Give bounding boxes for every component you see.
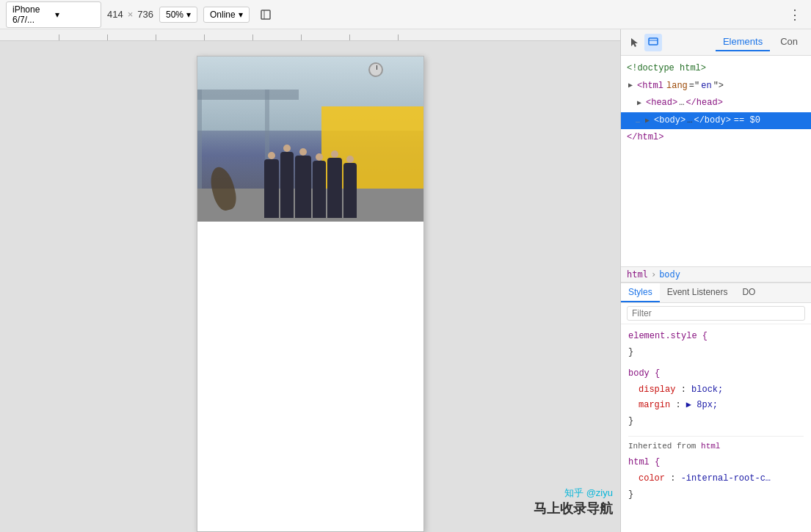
device-selector[interactable]: iPhone 6/7/... ▾ [6,1,101,28]
breadcrumb-bar: html › body [621,266,811,283]
dimension-separator: × [128,9,134,20]
viewport-area [0,29,620,532]
top-toolbar: iPhone 6/7/... ▾ 414 × 736 50% ▾ Online … [0,0,811,29]
bridge-pillar1 [197,90,202,189]
dimension-display: 414 × 736 [107,9,153,20]
person-5 [327,158,342,218]
html-close-line[interactable]: </html> [621,129,811,147]
head-expand: ▶ [636,100,643,107]
doctype-text: <!doctype html> [627,61,706,77]
photo-clock [368,62,383,77]
element-style-block: element.style { } [628,329,804,360]
tab-styles[interactable]: Styles [621,283,660,302]
viewport-height: 736 [137,9,153,20]
body-tag: <body> [654,113,685,129]
ruler-mark [252,34,301,40]
body-expand: ▶ [644,117,651,125]
lang-attr: lang [666,79,688,95]
network-dropdown-icon: ▾ [239,10,243,20]
device-frame [197,56,424,532]
breadcrumb-body[interactable]: body [659,269,680,280]
breadcrumb-html[interactable]: html [627,269,648,280]
ruler-mark [156,34,204,40]
more-icon: ⋮ [788,7,801,23]
network-selector[interactable]: Online ▾ [203,7,250,23]
styles-filter-container [621,303,811,324]
ruler-mark [398,34,446,40]
ruler-mark [59,34,107,40]
photo-people [205,111,416,218]
devtools-top-row [627,34,668,51]
band-photo-container [197,57,423,222]
body-style-block: body { display : block; margin : ▶ 8px; … [628,366,804,429]
body-selector-line: body { [628,366,804,382]
head-tag: <head> [646,95,677,112]
main-area: Elements Con <!doctype html> ▶ <html lan… [0,29,811,532]
html-tag: <html [637,79,663,95]
tab-console[interactable]: Con [773,33,805,51]
breakpoint-dot: … [636,114,640,128]
dollar-zero: == $0 [734,113,760,129]
rotate-button[interactable] [255,4,276,25]
page-content [197,222,423,453]
styles-content: element.style { } body { display : block… [621,324,811,532]
body-rule-display: display : block; [628,382,804,398]
html-close-tag: </html> [627,130,663,146]
element-style-close: } [628,345,804,361]
ruler-mark [349,34,398,40]
person-6 [343,163,357,218]
viewport-width: 414 [107,9,123,20]
ruler-mark [107,34,156,40]
html-close: } [628,487,804,503]
ruler-horizontal [0,29,620,41]
styles-tabs: Styles Event Listeners DO [621,283,811,303]
styles-filter-input[interactable] [627,306,805,321]
body-line[interactable]: … ▶ <body> … </body> == $0 [621,112,811,130]
zoom-selector[interactable]: 50% ▾ [159,7,197,23]
person-1 [264,159,279,218]
devtools-header: Elements Con [621,29,811,56]
body-close: } [628,414,804,430]
band-photo [197,57,423,222]
zoom-dropdown-icon: ▾ [186,10,191,20]
html-rule-color: color : -internal-root-c… [628,471,804,487]
more-button[interactable]: ⋮ [785,4,805,25]
device-frame-wrapper [0,41,620,532]
ruler-mark [204,34,252,40]
device-label: iPhone 6/7/... [12,4,52,25]
device-dropdown-icon: ▾ [55,10,95,20]
doctype-line[interactable]: <!doctype html> [621,60,811,78]
lang-value: en [701,79,711,95]
styles-panel: Styles Event Listeners DO element.style … [621,283,811,532]
tab-event-listeners[interactable]: Event Listeners [660,283,735,302]
network-value: Online [210,10,236,20]
html-selector-line: html { [628,455,804,471]
person-3 [295,156,311,218]
inherited-from-html: Inherited from html [628,436,804,456]
head-line[interactable]: ▶ <head> … </head> [621,95,811,112]
html-open-line[interactable]: ▶ <html lang =" en "> [621,78,811,95]
tab-dom-breakpoints[interactable]: DO [735,283,763,302]
zoom-value: 50% [166,10,183,20]
html-style-block: html { color : -internal-root-c… } [628,455,804,503]
person-4 [313,161,326,218]
element-style-selector: element.style { [628,329,804,345]
body-rule-margin: margin : ▶ 8px; [628,398,804,414]
devtools-panel: Elements Con <!doctype html> ▶ <html lan… [620,29,811,532]
html-expand-arrow: ▶ [627,82,634,90]
inspect-tool-button[interactable] [644,34,662,51]
svg-rect-0 [261,10,270,19]
person-2 [280,152,294,218]
ruler-mark [301,34,349,40]
cursor-tool-button[interactable] [627,34,644,51]
ruler-marks [0,29,446,40]
bridge-top [197,90,299,100]
tab-elements[interactable]: Elements [716,33,770,51]
html-tree: <!doctype html> ▶ <html lang =" en "> ▶ … [621,56,811,266]
svg-rect-2 [649,38,658,45]
